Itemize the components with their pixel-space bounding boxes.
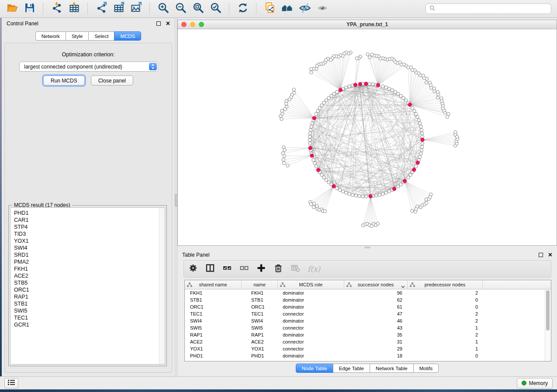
mcds-result-item[interactable]: GCR1: [14, 321, 165, 328]
export-image-button[interactable]: [129, 2, 144, 16]
network-node[interactable]: [375, 194, 378, 197]
run-mcds-button[interactable]: Run MCDS: [43, 76, 85, 86]
network-node[interactable]: [397, 185, 400, 188]
column-header-name[interactable]: name: [242, 280, 278, 289]
network-node[interactable]: [284, 107, 287, 110]
network-node[interactable]: [309, 203, 312, 206]
network-node[interactable]: [387, 87, 391, 90]
network-hub-node[interactable]: [421, 138, 424, 141]
horizontal-splitter-handle[interactable]: [364, 247, 370, 248]
table-row[interactable]: STB1STB1dominator620: [185, 296, 545, 303]
network-node[interactable]: [280, 117, 283, 120]
tab-select[interactable]: Select: [88, 31, 114, 41]
clone-network-button[interactable]: [263, 2, 277, 16]
table-row[interactable]: TEC1TEC1connector472: [185, 310, 545, 317]
network-node[interactable]: [409, 173, 412, 176]
network-node[interactable]: [454, 131, 457, 134]
network-node[interactable]: [361, 195, 364, 198]
table-options-button[interactable]: [188, 264, 198, 274]
save-session-button[interactable]: [22, 2, 37, 16]
horizontal-splitter[interactable]: [177, 246, 557, 249]
close-window-icon[interactable]: [181, 22, 187, 27]
network-node[interactable]: [364, 195, 367, 198]
task-history-button[interactable]: [4, 378, 18, 389]
network-node[interactable]: [282, 158, 285, 161]
network-node[interactable]: [407, 66, 410, 69]
column-header-shared-name[interactable]: shared name: [185, 280, 242, 289]
mcds-result-item[interactable]: FKH1: [14, 265, 165, 272]
import-table-button[interactable]: [67, 2, 82, 16]
network-node[interactable]: [425, 201, 428, 204]
network-node[interactable]: [420, 149, 423, 152]
tab-edge-table[interactable]: Edge Table: [333, 364, 370, 373]
mcds-result-item[interactable]: YOX1: [14, 237, 165, 244]
delete-column-button[interactable]: [273, 264, 283, 274]
network-node[interactable]: [397, 92, 400, 95]
tab-network-table[interactable]: Network Table: [370, 364, 414, 373]
zoom-out-button[interactable]: [173, 2, 188, 16]
zoom-selected-button[interactable]: [208, 2, 223, 16]
network-node[interactable]: [394, 90, 397, 93]
network-node[interactable]: [336, 90, 339, 93]
first-neighbors-button[interactable]: [280, 2, 295, 16]
network-graph[interactable]: [178, 29, 557, 245]
network-node[interactable]: [310, 71, 313, 74]
network-node[interactable]: [436, 96, 439, 99]
network-node[interactable]: [391, 89, 394, 92]
network-hub-node[interactable]: [353, 83, 357, 86]
network-node[interactable]: [419, 152, 422, 155]
network-hub-node[interactable]: [310, 154, 314, 157]
network-node[interactable]: [308, 132, 311, 135]
tab-network[interactable]: Network: [35, 31, 66, 41]
table-row[interactable]: PHD1PHD1dominator180: [185, 352, 545, 359]
network-node[interactable]: [370, 53, 374, 56]
close-panel-button[interactable]: Close panel: [91, 76, 133, 86]
network-node[interactable]: [416, 115, 419, 118]
network-node[interactable]: [421, 142, 424, 145]
column-header-MCDS-role[interactable]: MCDS role: [278, 280, 344, 289]
search-input[interactable]: [437, 5, 547, 12]
network-node[interactable]: [420, 132, 423, 135]
table-row[interactable]: ORC1ORC1dominator610: [185, 303, 545, 310]
network-node[interactable]: [345, 191, 348, 194]
network-node[interactable]: [366, 53, 369, 56]
mcds-result-item[interactable]: ORC1: [14, 286, 165, 293]
network-node[interactable]: [440, 97, 443, 100]
mcds-result-item[interactable]: SWI4: [14, 244, 165, 251]
network-window-titlebar[interactable]: YPA_prune.txt_1: [178, 20, 557, 29]
export-table-button[interactable]: [111, 2, 126, 16]
toggle-columns-button[interactable]: [205, 264, 215, 274]
mcds-result-item[interactable]: TID3: [14, 230, 165, 237]
network-node[interactable]: [410, 209, 413, 212]
mcds-result-item[interactable]: PHD1: [14, 210, 165, 217]
float-table-panel-icon[interactable]: [539, 253, 543, 257]
network-node[interactable]: [368, 83, 371, 86]
network-node[interactable]: [425, 81, 428, 84]
network-node[interactable]: [447, 113, 450, 116]
network-node[interactable]: [368, 56, 371, 59]
network-node[interactable]: [288, 98, 291, 101]
network-node[interactable]: [283, 155, 286, 158]
network-node[interactable]: [371, 83, 374, 86]
network-node[interactable]: [387, 190, 391, 193]
table-scrollbar-thumb[interactable]: [546, 290, 550, 330]
network-node[interactable]: [283, 148, 286, 151]
network-node[interactable]: [310, 125, 313, 128]
mcds-result-item[interactable]: STB1: [14, 300, 165, 307]
network-node[interactable]: [312, 158, 315, 162]
network-node[interactable]: [308, 138, 311, 141]
network-node[interactable]: [358, 194, 361, 197]
network-node[interactable]: [381, 85, 384, 88]
network-node[interactable]: [308, 135, 311, 138]
network-hub-node[interactable]: [416, 161, 419, 164]
network-node[interactable]: [348, 193, 351, 196]
mcds-result-item[interactable]: STP4: [14, 224, 165, 230]
network-node[interactable]: [309, 128, 312, 131]
mcds-list-scrollbar[interactable]: [159, 208, 165, 364]
table-row[interactable]: SWI4SWI4dominator462: [185, 317, 545, 324]
maximize-window-icon[interactable]: [199, 22, 204, 27]
network-node[interactable]: [399, 94, 402, 97]
network-node[interactable]: [351, 193, 354, 196]
network-canvas[interactable]: [178, 29, 557, 245]
network-node[interactable]: [313, 162, 316, 165]
